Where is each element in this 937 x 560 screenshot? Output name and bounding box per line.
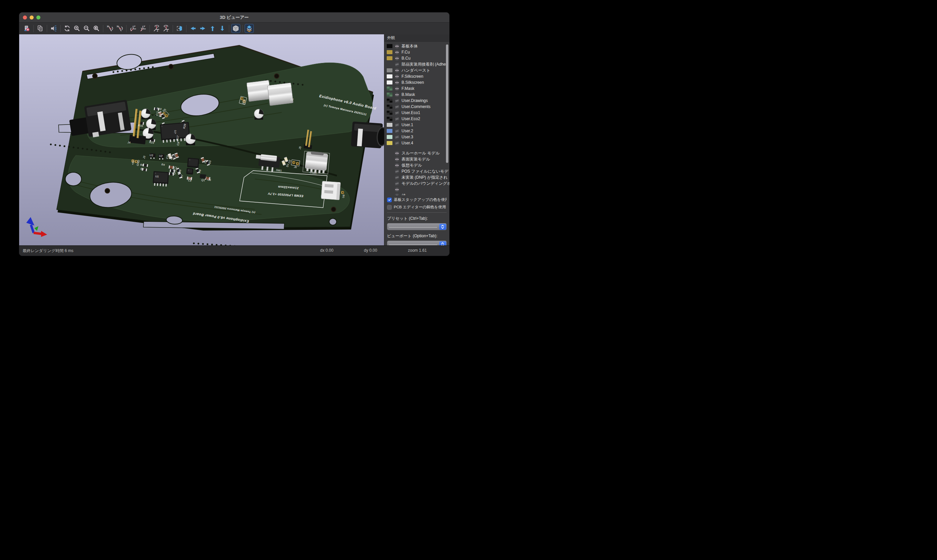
pan-down-button[interactable] (218, 24, 227, 33)
option-checkbox-row[interactable]: PCB エディターの銅色を使用 (387, 205, 447, 210)
layer-row[interactable]: User.Eco2 (385, 116, 449, 122)
checkbox-checked-icon[interactable] (387, 198, 392, 202)
layer-view-button[interactable] (245, 24, 254, 33)
layer-color-swatch[interactable] (387, 117, 392, 121)
layer-color-swatch[interactable] (387, 44, 392, 48)
visibility-eye-off-icon[interactable] (394, 129, 400, 134)
visibility-eye-icon[interactable] (394, 86, 400, 91)
layer-color-swatch[interactable] (387, 80, 392, 85)
layer-row[interactable]: B.Mask (385, 92, 449, 98)
rotate-z-cw-button[interactable]: Z (162, 24, 171, 33)
layer-color-swatch[interactable] (387, 111, 392, 115)
layer-color-swatch[interactable] (387, 86, 392, 91)
pan-right-button[interactable] (198, 24, 207, 33)
model-row[interactable]: 仮想モデル (385, 162, 449, 168)
visibility-eye-icon[interactable] (394, 74, 400, 79)
layer-row[interactable]: User.3 (385, 134, 449, 140)
layer-row[interactable]: F.Silkscreen (385, 73, 449, 79)
pan-right-icon (199, 25, 206, 32)
visibility-eye-off-icon[interactable] (394, 175, 400, 180)
model-row[interactable]: 未実装 (DNP) が指定され (385, 174, 449, 180)
rotate-x-ccw-button[interactable]: X (105, 24, 114, 33)
visibility-eye-off-icon[interactable] (394, 98, 400, 103)
visibility-eye-off-icon[interactable] (394, 181, 400, 186)
layer-color-swatch[interactable] (387, 105, 392, 109)
toolbar-separator (103, 25, 103, 32)
visibility-eye-icon[interactable] (394, 92, 400, 97)
visibility-eye-icon[interactable] (394, 56, 400, 61)
pan-up-button[interactable] (208, 24, 217, 33)
visibility-eye-off-icon[interactable] (394, 123, 400, 128)
model-label: モデルのバウンディングボ (402, 181, 449, 186)
model-row[interactable]: スルーホール モデル (385, 150, 449, 156)
visibility-eye-off-icon[interactable] (394, 135, 400, 140)
reload-board-button[interactable] (22, 24, 31, 33)
layer-color-swatch[interactable] (387, 98, 392, 103)
raytracing-button[interactable] (49, 24, 58, 33)
zoom-out-button[interactable] (82, 24, 91, 33)
visibility-eye-icon[interactable] (394, 187, 400, 192)
layer-row[interactable]: 部品実装用接着剤 (Adhes (385, 61, 449, 67)
visibility-eye-off-icon[interactable] (394, 141, 400, 146)
visibility-eye-icon[interactable] (394, 157, 400, 162)
zoom-in-button[interactable] (72, 24, 82, 33)
rotate-x-cw-button[interactable]: X (115, 24, 124, 33)
layer-row[interactable]: User.2 (385, 128, 449, 134)
pcb-3d-render: Exidiophone v6.0 Audio Board(c) Tomoya M… (19, 34, 384, 247)
checkbox-unchecked-icon[interactable] (387, 205, 392, 210)
visibility-eye-icon[interactable] (394, 80, 400, 85)
layer-row[interactable]: 基板本体 (385, 43, 449, 49)
visibility-eye-icon[interactable] (394, 151, 400, 156)
layer-color-swatch[interactable] (387, 123, 392, 127)
visibility-eye-off-icon[interactable] (394, 169, 400, 174)
model-row[interactable]: POS ファイルにないモデ (385, 168, 449, 174)
3d-viewport[interactable]: Exidiophone v6.0 Audio Board(c) Tomoya M… (19, 34, 384, 245)
orthographic-view-button[interactable] (231, 24, 240, 33)
layer-row[interactable]: User.Drawings (385, 98, 449, 104)
rotate-y-cw-button[interactable]: Y (138, 24, 148, 33)
preset-stepper-icon[interactable] (439, 224, 446, 230)
pan-left-button[interactable] (188, 24, 198, 33)
visibility-eye-off-icon[interactable] (394, 117, 400, 122)
visibility-eye-off-icon[interactable] (394, 111, 400, 115)
layer-color-swatch[interactable] (387, 92, 392, 97)
visibility-eye-off-icon[interactable] (394, 62, 400, 67)
titlebar[interactable]: 3D ビューアー (19, 12, 449, 23)
visibility-eye-icon[interactable] (394, 44, 400, 49)
visibility-eye-icon[interactable] (394, 163, 400, 168)
visibility-eye-icon[interactable] (394, 68, 400, 73)
layer-row[interactable]: B.Silkscreen (385, 79, 449, 86)
visibility-eye-icon[interactable] (394, 50, 400, 55)
zoom-fit-button[interactable] (92, 24, 101, 33)
model-row[interactable]: 値 (385, 192, 449, 195)
layer-row[interactable]: User.4 (385, 140, 449, 146)
layer-scrollbar-thumb[interactable] (446, 45, 448, 163)
visibility-eye-icon[interactable] (394, 193, 400, 195)
layer-color-swatch[interactable] (387, 50, 392, 54)
layer-color-swatch[interactable] (387, 141, 392, 145)
flip-board-button[interactable] (175, 24, 184, 33)
layer-row[interactable]: ハンダペースト (385, 67, 449, 73)
model-row[interactable]: モデルのバウンディングボ (385, 180, 449, 186)
rotate-y-ccw-button[interactable]: Y (129, 24, 138, 33)
layer-color-swatch[interactable] (387, 56, 392, 60)
layer-row[interactable]: F.Mask (385, 86, 449, 92)
model-row[interactable]: 表面実装モデル (385, 156, 449, 162)
option-checkbox-row[interactable]: 基板スタックアップの色を使用 (387, 197, 447, 202)
preset-combobox[interactable] (387, 223, 447, 230)
layer-row[interactable]: B.Cu (385, 55, 449, 61)
layer-row[interactable]: F.Cu (385, 49, 449, 55)
layer-color-swatch[interactable] (387, 129, 392, 133)
layer-row[interactable]: User.Eco1 (385, 110, 449, 116)
layer-color-swatch[interactable] (387, 68, 392, 72)
layer-swatch-placeholder (387, 62, 392, 66)
rotate-z-ccw-button[interactable]: Z (152, 24, 161, 33)
copy-image-button[interactable] (36, 24, 45, 33)
visibility-eye-off-icon[interactable] (394, 104, 400, 109)
model-row[interactable] (385, 186, 449, 192)
layer-row[interactable]: User.1 (385, 122, 449, 128)
refresh-view-button[interactable] (63, 24, 72, 33)
layer-color-swatch[interactable] (387, 74, 392, 78)
layer-row[interactable]: User.Comments (385, 104, 449, 110)
layer-color-swatch[interactable] (387, 135, 392, 139)
